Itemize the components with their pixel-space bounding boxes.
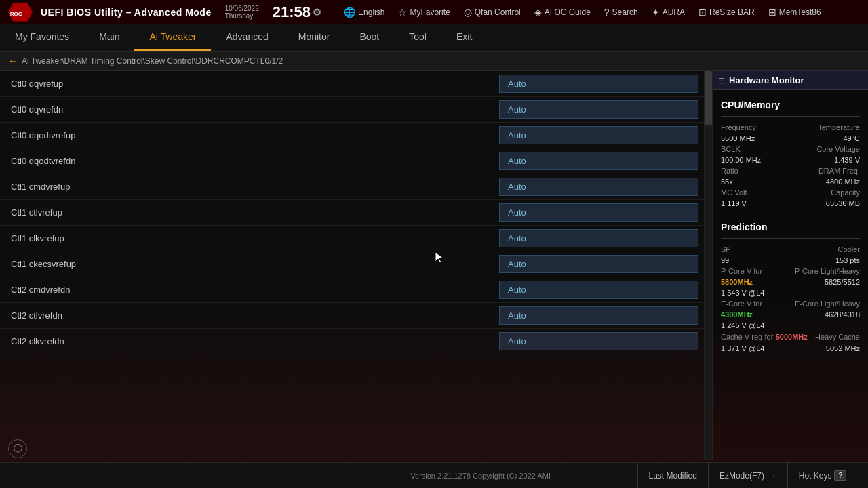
setting-value[interactable]: Auto: [494, 126, 704, 144]
last-modified-button[interactable]: Last Modified: [637, 463, 708, 489]
info-button[interactable]: ⓘ: [8, 439, 27, 458]
setting-value[interactable]: Auto: [494, 203, 704, 222]
frequency-value-row: 5500 MHz 49°C: [721, 134, 860, 142]
dram-freq-value: 4800 MHz: [826, 178, 860, 186]
setting-label: Ctl1 ckecsvrefup: [0, 253, 494, 274]
ezmode-button[interactable]: EzMode(F7) |→: [708, 463, 787, 489]
setting-value[interactable]: Auto: [494, 281, 704, 299]
setting-row[interactable]: Ctl0 dqodtvrefdn Auto: [0, 148, 704, 174]
setting-label: Ctl2 clkvrefdn: [0, 331, 494, 352]
nav-main[interactable]: Main: [84, 24, 134, 51]
hardware-monitor-panel: ⊡ Hardware Monitor CPU/Memory Frequency …: [712, 71, 868, 460]
asus-logo: ROG: [8, 3, 33, 22]
settings-gear-icon[interactable]: ⚙: [313, 7, 321, 17]
setting-row[interactable]: Ctl0 dqvrefdn Auto: [0, 97, 704, 123]
setting-row[interactable]: Ctl1 ckecsvrefup Auto: [0, 251, 704, 277]
cache-v-label-group: Cache V req for 5000MHz: [721, 332, 808, 342]
capacity-value: 65536 MB: [826, 199, 860, 207]
bclk-row: BCLK Core Voltage: [721, 145, 860, 153]
setting-value[interactable]: Auto: [494, 178, 704, 196]
setting-value[interactable]: Auto: [494, 152, 704, 170]
setting-row[interactable]: Ctl2 clkvrefdn Auto: [0, 329, 704, 354]
setting-row[interactable]: Ctl0 dqvrefup Auto: [0, 71, 704, 97]
last-modified-label: Last Modified: [649, 471, 697, 481]
setting-value[interactable]: Auto: [494, 100, 704, 119]
toolbar-divider: [330, 4, 330, 20]
setting-row[interactable]: Ctl1 clkvrefup Auto: [0, 226, 704, 251]
toolbar-search[interactable]: ? Search: [599, 5, 644, 19]
settings-content[interactable]: Ctl0 dqvrefup Auto Ctl0 dqvrefdn Auto Ct…: [0, 71, 704, 460]
question-icon: ?: [604, 7, 610, 18]
toolbar-qfan[interactable]: ◎ Qfan Control: [458, 5, 526, 19]
setting-label: Ctl1 ctlvrefup: [0, 202, 494, 223]
value-dropdown[interactable]: Auto: [499, 126, 698, 144]
temperature-label: Temperature: [818, 123, 860, 131]
hw-monitor-header: ⊡ Hardware Monitor: [713, 71, 868, 90]
ezmode-arrow-icon: |→: [767, 472, 776, 480]
value-dropdown[interactable]: Auto: [499, 203, 698, 222]
nav-monitor[interactable]: Monitor: [283, 24, 345, 51]
nav-exit[interactable]: Exit: [441, 24, 487, 51]
setting-value[interactable]: Auto: [494, 306, 704, 325]
frequency-label: Frequency: [721, 123, 756, 131]
value-dropdown[interactable]: Auto: [499, 281, 698, 299]
setting-value[interactable]: Auto: [494, 332, 704, 350]
mc-volt-row: MC Volt. Capacity: [721, 188, 860, 197]
sp-value-row: 99 153 pts: [721, 256, 860, 264]
setting-value[interactable]: Auto: [494, 75, 704, 93]
value-dropdown[interactable]: Auto: [499, 152, 698, 170]
setting-label: Ctl0 dqodtvrefup: [0, 125, 494, 146]
ratio-value: 55x: [721, 178, 733, 186]
footer-bar: Version 2.21.1278 Copyright (C) 2022 AMI…: [0, 462, 868, 488]
toolbar-resizebar[interactable]: ⊡ ReSize BAR: [693, 5, 760, 19]
sp-value: 99: [721, 256, 729, 264]
setting-value[interactable]: Auto: [494, 229, 704, 247]
setting-row[interactable]: Ctl2 cmdvrefdn Auto: [0, 277, 704, 303]
scrollbar[interactable]: [704, 71, 712, 460]
nav-advanced[interactable]: Advanced: [211, 24, 283, 51]
toolbar: 🌐 English ☆ MyFavorite ◎ Qfan Control ◈ …: [338, 5, 860, 19]
pcore-v-label-row: P-Core V for P-Core Light/Heavy: [721, 267, 860, 275]
pcore-lh-header: P-Core Light/Heavy: [795, 267, 860, 275]
setting-value[interactable]: Auto: [494, 255, 704, 273]
prediction-section-title: Prediction: [721, 219, 860, 239]
main-layout: Ctl0 dqvrefup Auto Ctl0 dqvrefdn Auto Ct…: [0, 71, 868, 460]
cache-v-req-label: Cache V req: [721, 333, 762, 341]
value-dropdown[interactable]: Auto: [499, 178, 698, 196]
hotkeys-button[interactable]: Hot Keys ?: [787, 463, 857, 489]
bclk-label: BCLK: [721, 145, 741, 153]
setting-label: Ctl1 clkvrefup: [0, 228, 494, 249]
toolbar-aiocguide[interactable]: ◈ AI OC Guide: [529, 5, 596, 19]
value-dropdown[interactable]: Auto: [499, 229, 698, 247]
value-dropdown[interactable]: Auto: [499, 100, 698, 119]
core-voltage-value: 1.439 V: [834, 156, 860, 164]
setting-row[interactable]: Ctl0 dqodtvrefup Auto: [0, 123, 704, 148]
nav-aitweaker[interactable]: Ai Tweaker: [134, 24, 211, 51]
heavy-cache-group: Heavy Cache: [815, 332, 860, 342]
cache-v-values-row: 1.371 V @L4 5052 MHz: [721, 344, 860, 352]
setting-row[interactable]: Ctl1 cmdvrefup Auto: [0, 174, 704, 200]
toolbar-myfavorite[interactable]: ☆ MyFavorite: [393, 5, 455, 19]
toolbar-language[interactable]: 🌐 English: [338, 5, 390, 19]
nav-boot[interactable]: Boot: [344, 24, 394, 51]
footer-actions: Last Modified EzMode(F7) |→ Hot Keys ?: [637, 463, 858, 489]
setting-label: Ctl2 ctlvrefdn: [0, 305, 494, 326]
setting-label: Ctl1 cmdvrefup: [0, 176, 494, 197]
nav-favorites[interactable]: My Favorites: [0, 24, 84, 51]
toolbar-memtest[interactable]: ⊞ MemTest86: [763, 5, 827, 19]
setting-row[interactable]: Ctl1 ctlvrefup Auto: [0, 200, 704, 226]
hotkeys-label: Hot Keys: [799, 471, 832, 481]
bclk-value-row: 100.00 MHz 1.439 V: [721, 156, 860, 164]
value-dropdown[interactable]: Auto: [499, 332, 698, 350]
setting-row[interactable]: Ctl2 ctlvrefdn Auto: [0, 303, 704, 329]
value-dropdown[interactable]: Auto: [499, 306, 698, 325]
back-button[interactable]: ←: [8, 56, 18, 66]
value-dropdown[interactable]: Auto: [499, 255, 698, 273]
ecore-lh-value: 4628/4318: [825, 310, 860, 319]
nav-tool[interactable]: Tool: [394, 24, 441, 51]
value-dropdown[interactable]: Auto: [499, 75, 698, 93]
dram-freq-label: DRAM Freq.: [818, 167, 860, 175]
toolbar-aura[interactable]: ✦ AURA: [646, 5, 690, 19]
sidebar-divider: [721, 213, 860, 214]
scrollbar-thumb[interactable]: [705, 71, 712, 125]
